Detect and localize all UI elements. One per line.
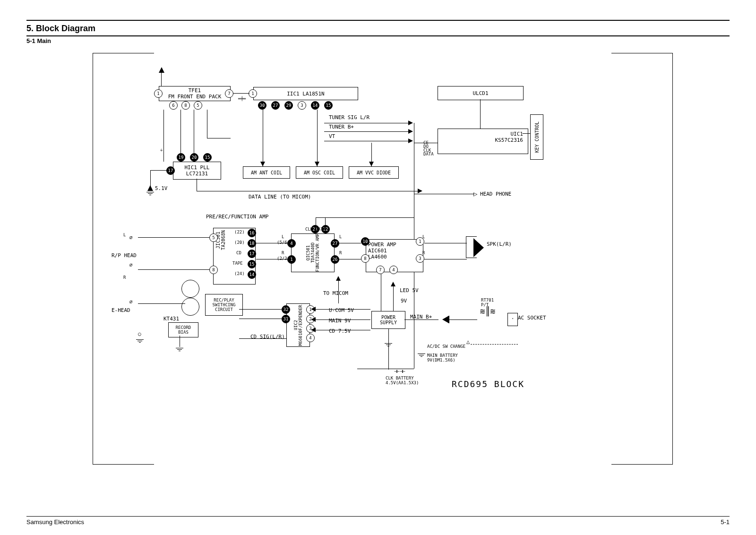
diode-icon	[442, 316, 449, 323]
block-ulcd1: ULCD1	[438, 86, 524, 100]
block-am-ant-coil: AM ANT COIL	[243, 166, 290, 179]
label-tuner-sig: TUNER SIG L/R	[329, 114, 369, 121]
pin: 29	[284, 101, 293, 110]
label-kt431: KT431	[163, 316, 179, 322]
pin: 20	[190, 153, 198, 162]
pin: 27	[331, 239, 339, 248]
block-am-osc-coil: AM OSC COIL	[296, 166, 343, 179]
label-head-phone: HEAD PHONE	[480, 191, 511, 197]
label-ucom5v: U-COM 5V	[329, 307, 354, 313]
label-main9v: MAIN 9V	[329, 318, 351, 324]
page-title: 5. Block Diagram	[26, 24, 730, 34]
label-rp-head: R/P HEAD	[112, 252, 137, 259]
label-data-line: DATA LINE (TO MICOM)	[249, 194, 311, 200]
pin: 17	[166, 166, 175, 175]
label-rt701: RT701 P/T	[481, 298, 494, 307]
pin: 5	[209, 233, 218, 242]
block-record-bias: RECORD BIAS	[168, 322, 198, 337]
label-cd7-5v: CD 7.5V	[329, 328, 351, 334]
label-spk: SPK(L/R)	[487, 241, 512, 247]
pin: 14	[311, 101, 319, 110]
block-am-vvc-diode: AM VVC DIODE	[349, 166, 399, 179]
label-vt: VT	[329, 133, 335, 139]
pin: 3	[416, 254, 424, 263]
label-e-head: E-HEAD	[112, 307, 130, 313]
block-power-supply: POWER SUPPLY	[371, 311, 405, 329]
pin: 7	[376, 266, 385, 274]
motor-icon	[181, 280, 199, 298]
pin: 26	[331, 255, 339, 264]
pin: 8	[209, 266, 218, 274]
footer-page: 5-1	[721, 518, 730, 526]
label-clk-battery: CLK BATTERY 4.5V(AA1.5X3)	[386, 376, 419, 386]
block-uic1: UIC1 KS57C2316	[438, 129, 528, 154]
pin: 18	[248, 239, 256, 248]
pin: 16	[248, 229, 256, 237]
pin: 3	[298, 101, 306, 110]
pin: 1	[154, 89, 163, 98]
block-rec-play: REC/PLAY SWITHCING CIRCUIT	[205, 294, 243, 316]
pin: 6	[169, 101, 178, 110]
label-pre-rec-function: PRE/REC/FUNCTION AMP	[206, 214, 268, 220]
block-uic2: UIC2 M66010F/EXPENDER	[293, 305, 303, 346]
diagram-title: RCD695 BLOCK	[452, 379, 524, 389]
motor-icon	[181, 298, 199, 316]
pin: 4	[389, 266, 398, 274]
pin: 15	[324, 101, 333, 110]
block-qic501: QIC501 TDA7440D FUNCTION/VR AMP	[306, 233, 320, 272]
pin: 1	[249, 89, 257, 98]
pin: 14	[248, 270, 256, 279]
pin: 27	[271, 101, 280, 110]
label-to-micom: TO MICOM	[323, 290, 348, 296]
pin: 4	[306, 334, 315, 342]
label-tuner-b: TUNER B+	[329, 124, 354, 130]
block-tfe1: TFE1 FM FRONT END PACK	[159, 86, 231, 101]
label-main-battery: MAIN BATTERY 9V(DM1.5X6)	[427, 354, 458, 363]
pin: 10	[361, 237, 369, 246]
pin: 31	[282, 315, 290, 323]
sub-title: 5-1 Main	[26, 37, 730, 44]
pin: 8	[361, 254, 369, 263]
transformer-icon: ≋║≋	[473, 306, 502, 335]
pin: 19	[177, 153, 185, 162]
block-diagram: TFE1 FM FRONT END PACK 1 7 6 8 5 IIC1 LA…	[26, 48, 730, 474]
footer-company: Samsung Electronics	[26, 518, 84, 526]
pin: 5	[194, 101, 202, 110]
block-hic1: HIC1 PLL LC72131	[173, 162, 221, 180]
key-control: KEY CONTROL	[530, 114, 543, 160]
label-acdc-sw: AC/DC SW CHANGE	[427, 344, 465, 349]
pin: 15	[203, 153, 212, 162]
label-9v: 9V	[401, 298, 407, 304]
block-iic1: IIC1 LA1851N	[253, 87, 358, 100]
pin: 7	[225, 89, 233, 98]
pin: 15	[248, 260, 256, 268]
label-led5v: LED 5V	[400, 287, 419, 293]
pin: 30	[258, 101, 266, 110]
pin: 32	[282, 305, 290, 314]
label-ac-socket: AC SOCKET	[518, 315, 546, 321]
pin: 8	[181, 101, 190, 110]
label-5-1v: 5.1V	[155, 185, 168, 191]
pin: 17	[248, 250, 256, 258]
label-cd-sig: CD SIG(L/R)	[250, 334, 285, 340]
